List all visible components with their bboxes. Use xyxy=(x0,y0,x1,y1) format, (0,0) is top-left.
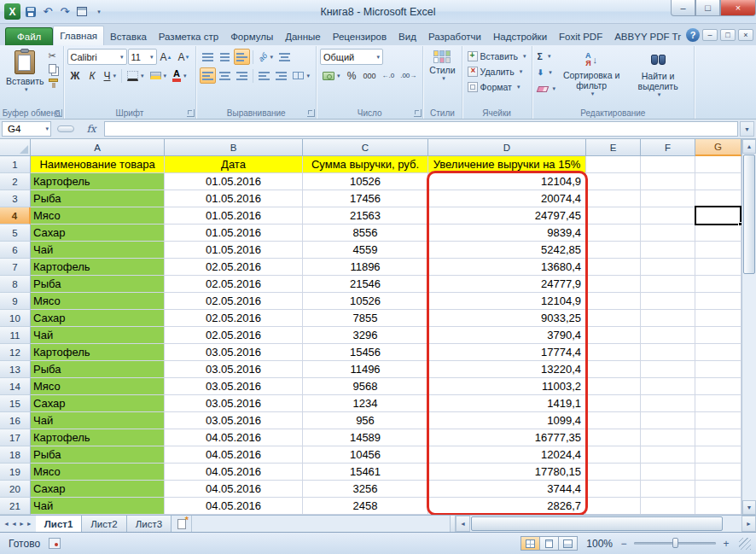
cell-A5[interactable]: Сахар xyxy=(31,225,165,242)
format-painter-icon[interactable] xyxy=(49,79,58,82)
autosum-button[interactable]: Σ▾ xyxy=(536,49,558,64)
col-header-E[interactable]: E xyxy=(586,139,641,156)
col-header-G[interactable]: G xyxy=(695,139,741,156)
namebox-resize-grip[interactable] xyxy=(53,121,79,137)
clear-button[interactable]: ▾ xyxy=(536,81,558,96)
cell-C17[interactable]: 14589 xyxy=(303,429,428,446)
cell-B13[interactable]: 03.05.2016 xyxy=(165,361,303,378)
cell-G8[interactable] xyxy=(695,276,741,293)
cell-C8[interactable]: 21546 xyxy=(303,276,428,293)
cell-C4[interactable]: 21563 xyxy=(303,207,428,225)
page-break-view-icon[interactable] xyxy=(558,536,578,551)
workbook-close-icon[interactable]: × xyxy=(738,29,753,41)
col-header-C[interactable]: C xyxy=(303,139,428,156)
font-name-select[interactable]: Calibri▾ xyxy=(67,49,127,65)
cell-C15[interactable]: 1234 xyxy=(303,395,428,412)
decrease-indent-button[interactable] xyxy=(256,67,272,84)
cell-A4[interactable]: Мясо xyxy=(31,207,165,225)
col-header-B[interactable]: B xyxy=(165,139,303,156)
cell-B9[interactable]: 02.05.2016 xyxy=(165,293,303,310)
cell-B7[interactable]: 02.05.2016 xyxy=(165,259,303,276)
sheet-tab-3[interactable]: Лист3 xyxy=(127,516,172,532)
borders-button[interactable]: ▾ xyxy=(125,67,147,84)
copy-icon[interactable] xyxy=(49,64,56,73)
cell-E2[interactable] xyxy=(586,173,641,190)
cell-G7[interactable] xyxy=(695,259,741,276)
cell-C3[interactable]: 17456 xyxy=(303,190,428,207)
zoom-out-icon[interactable]: − xyxy=(618,538,630,550)
cell-F18[interactable] xyxy=(641,446,695,464)
ribbon-tab-7[interactable]: Вид xyxy=(393,27,422,45)
align-right-button[interactable] xyxy=(234,67,250,84)
cell-E12[interactable] xyxy=(586,344,641,361)
cell-D12[interactable]: 17774,4 xyxy=(428,344,586,361)
maximize-button[interactable]: □ xyxy=(695,0,720,16)
name-box[interactable]: G4▾ xyxy=(2,121,51,137)
cell-B20[interactable]: 04.05.2016 xyxy=(165,481,303,498)
percent-style-button[interactable]: % xyxy=(343,67,359,84)
cut-icon[interactable]: ✂ xyxy=(49,50,60,61)
align-left-button[interactable] xyxy=(200,67,216,84)
cell-A12[interactable]: Картофель xyxy=(31,344,165,361)
cell-E17[interactable] xyxy=(586,429,641,446)
qat-table-icon[interactable] xyxy=(75,4,89,19)
cell-F13[interactable] xyxy=(641,361,695,378)
cell-B3[interactable]: 01.05.2016 xyxy=(165,190,303,207)
ribbon-tab-11[interactable]: ABBYY PDF Tr xyxy=(608,27,686,45)
cell-E7[interactable] xyxy=(586,259,641,276)
cell-B1[interactable]: Дата xyxy=(165,156,303,173)
cell-D4[interactable]: 24797,45 xyxy=(428,207,586,225)
cell-E4[interactable] xyxy=(586,207,641,225)
cell-F6[interactable] xyxy=(641,242,695,259)
cell-B18[interactable]: 04.05.2016 xyxy=(165,446,303,464)
cell-F14[interactable] xyxy=(641,378,695,395)
row-header-12[interactable]: 12 xyxy=(0,344,31,361)
cell-F3[interactable] xyxy=(641,190,695,207)
decrease-decimal-button[interactable]: .00→ xyxy=(398,67,419,84)
scroll-up-icon[interactable]: ▲ xyxy=(742,139,756,154)
cell-A8[interactable]: Рыба xyxy=(31,276,165,293)
active-cell[interactable] xyxy=(695,206,741,225)
cell-G1[interactable] xyxy=(695,156,741,173)
cell-A19[interactable]: Мясо xyxy=(31,464,165,481)
col-header-F[interactable]: F xyxy=(641,139,695,156)
cell-E10[interactable] xyxy=(586,310,641,327)
save-icon[interactable] xyxy=(24,4,38,19)
dialog-launcher-icon[interactable] xyxy=(55,109,62,117)
cell-D19[interactable]: 17780,15 xyxy=(428,464,586,481)
align-middle-button[interactable] xyxy=(217,49,233,65)
row-header-4[interactable]: 4 xyxy=(0,207,31,225)
cell-C2[interactable]: 10526 xyxy=(303,173,428,190)
ribbon-tab-3[interactable]: Разметка стр xyxy=(153,27,224,45)
align-center-button[interactable] xyxy=(217,67,233,84)
row-header-6[interactable]: 6 xyxy=(0,242,31,259)
formula-input[interactable] xyxy=(104,121,738,137)
row-header-16[interactable]: 16 xyxy=(0,412,31,429)
ribbon-tab-5[interactable]: Данные xyxy=(279,27,327,45)
cell-E8[interactable] xyxy=(586,276,641,293)
cell-D16[interactable]: 1099,4 xyxy=(428,412,586,429)
row-header-17[interactable]: 17 xyxy=(0,429,31,446)
cell-C5[interactable]: 8556 xyxy=(303,225,428,242)
cell-D6[interactable]: 5242,85 xyxy=(428,242,586,259)
vertical-scrollbar[interactable]: ▲ ▼ xyxy=(741,139,756,515)
zoom-slider[interactable]: − + xyxy=(618,538,732,550)
cell-E15[interactable] xyxy=(586,395,641,412)
cell-B10[interactable]: 02.05.2016 xyxy=(165,310,303,327)
grow-font-button[interactable]: А▲ xyxy=(158,49,175,65)
ribbon-tab-9[interactable]: Надстройки xyxy=(487,27,553,45)
cell-C11[interactable]: 3296 xyxy=(303,327,428,344)
find-select-button[interactable]: Найти и выделить ▾ xyxy=(625,49,690,100)
cell-G2[interactable] xyxy=(695,173,741,190)
paste-dropdown-icon[interactable]: ▾ xyxy=(25,86,28,93)
minimize-button[interactable]: – xyxy=(671,0,695,16)
font-size-select[interactable]: 11▾ xyxy=(128,49,157,65)
cell-G15[interactable] xyxy=(695,395,741,412)
cell-D7[interactable]: 13680,4 xyxy=(428,259,586,276)
row-header-13[interactable]: 13 xyxy=(0,361,31,378)
underline-button[interactable]: Ч▾ xyxy=(102,67,119,84)
number-format-select[interactable]: Общий▾ xyxy=(320,49,383,65)
fill-button[interactable]: ⬇▾ xyxy=(536,65,558,80)
cell-E5[interactable] xyxy=(586,225,641,242)
cell-E20[interactable] xyxy=(586,481,641,498)
